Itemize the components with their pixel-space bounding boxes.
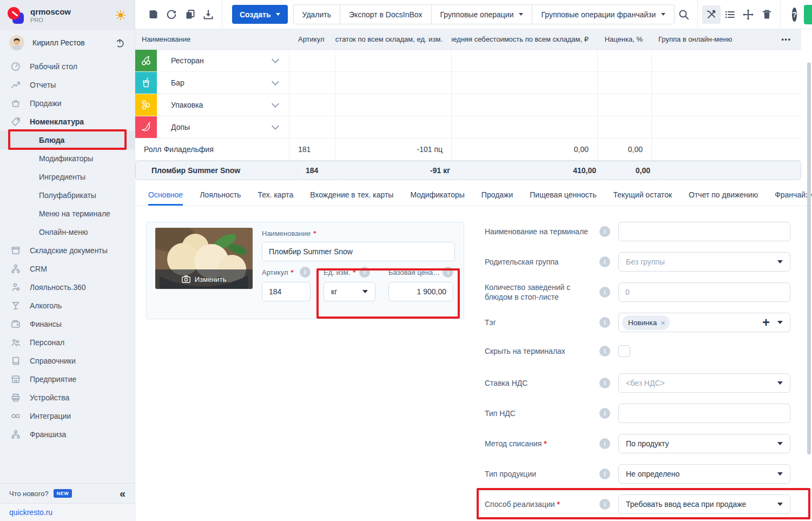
table-group-row[interactable]: Упаковка xyxy=(135,94,801,116)
add-tag-icon[interactable]: + xyxy=(762,317,770,327)
tab-current-stock[interactable]: Текущий остаток xyxy=(613,184,672,206)
tab-loyalty[interactable]: Лояльность xyxy=(200,184,241,206)
scrollbar[interactable] xyxy=(807,62,811,454)
group-operations-franchise-button[interactable]: Групповые операции франчайзи xyxy=(532,4,675,24)
table-row-selected[interactable]: Пломбир Summer Snow 184 -91 кг 410,00 0,… xyxy=(135,161,801,180)
tab-nutrition[interactable]: Пищевая ценность xyxy=(530,184,596,206)
site-link[interactable]: quickresto.ru xyxy=(9,508,52,517)
tab-main[interactable]: Основное xyxy=(148,184,183,206)
change-photo-button[interactable]: Изменить xyxy=(155,269,253,289)
help-icon[interactable]: ? xyxy=(792,8,797,22)
table-group-row[interactable]: Допы xyxy=(135,116,801,139)
column-header-stock[interactable]: Остаток по всем складам, ед. изм. xyxy=(335,29,452,49)
whats-new-link[interactable]: Что нового? xyxy=(9,490,49,498)
delete-button[interactable]: Удалить xyxy=(293,4,340,24)
sidebar-item-nomenclature[interactable]: Номенклатура xyxy=(0,113,135,131)
tab-sales[interactable]: Продажи xyxy=(481,184,513,206)
online-chat-button[interactable]: Онлайн-чат xyxy=(804,5,812,24)
info-icon[interactable]: i xyxy=(599,317,610,328)
chevron-down-icon[interactable] xyxy=(272,78,279,85)
save-button[interactable] xyxy=(144,5,162,24)
sku-input[interactable] xyxy=(262,282,311,301)
info-icon[interactable]: i xyxy=(599,438,610,449)
sidebar-item-sales[interactable]: Продажи xyxy=(0,94,135,113)
sidebar-item-ingredients[interactable]: Ингредиенты xyxy=(0,168,135,186)
terminal-name-input[interactable] xyxy=(618,222,790,241)
sidebar-item-franchise[interactable]: Франшиза xyxy=(0,425,135,444)
sidebar-item-semifinished[interactable]: Полуфабрикаты xyxy=(0,186,135,205)
sidebar-item-crm[interactable]: CRM xyxy=(0,260,135,278)
info-icon[interactable]: i xyxy=(599,378,610,388)
vat-type-input[interactable] xyxy=(618,404,790,423)
unit-select[interactable]: кг xyxy=(324,282,375,301)
remove-tag-icon[interactable]: × xyxy=(661,318,665,327)
column-header-cost[interactable]: Средняя себестоимость по всем складам, ₽ xyxy=(452,29,598,49)
column-header-name[interactable]: Наименование xyxy=(135,29,289,49)
tab-tech-card-usage[interactable]: Вхождение в тех. карты xyxy=(310,184,393,206)
copy-button[interactable] xyxy=(181,5,199,24)
info-icon[interactable]: i xyxy=(599,226,610,237)
refresh-button[interactable] xyxy=(162,5,181,24)
tab-franchise[interactable]: Франчайзи xyxy=(775,184,812,206)
sidebar-item-online-menu[interactable]: Онлайн-меню xyxy=(0,223,135,241)
sidebar-item-devices[interactable]: Устройства xyxy=(0,388,135,407)
info-icon[interactable]: i xyxy=(599,287,610,298)
info-icon[interactable]: i xyxy=(599,499,610,510)
info-icon[interactable]: i xyxy=(599,256,610,267)
info-icon[interactable]: i xyxy=(599,469,610,479)
info-icon[interactable]: i xyxy=(443,267,453,278)
sidebar-item-integrations[interactable]: Интеграции xyxy=(0,407,135,425)
create-button[interactable]: Создать xyxy=(232,5,288,24)
sidebar-item-terminal-menu[interactable]: Меню на терминале xyxy=(0,205,135,223)
info-icon[interactable]: i xyxy=(599,346,610,357)
tools-icon[interactable] xyxy=(702,5,721,24)
table-row[interactable]: Ролл Филадельфия 181 -101 пц 0,00 0,00 xyxy=(135,139,801,161)
chevron-down-icon[interactable] xyxy=(272,122,279,130)
sidebar-item-loyalty[interactable]: Лояльность.360 xyxy=(0,278,135,296)
table-group-row[interactable]: Ресторан xyxy=(135,50,801,72)
tag-chip[interactable]: Новинка× xyxy=(622,315,670,330)
sidebar-item-modifiers[interactable]: Модификаторы xyxy=(0,149,135,168)
download-button[interactable] xyxy=(199,5,217,24)
column-header-group[interactable]: Группа в онлайн-меню ••• xyxy=(652,29,801,49)
sidebar-item-finance[interactable]: Финансы xyxy=(0,315,135,333)
trash-icon[interactable] xyxy=(757,5,776,24)
sidebar-item-warehouse-docs[interactable]: Складские документы xyxy=(0,241,135,260)
sidebar-item-enterprise[interactable]: Предприятие xyxy=(0,370,135,388)
tag-field[interactable]: Новинка× + xyxy=(618,313,790,332)
stoplist-count-input[interactable] xyxy=(618,282,790,302)
sale-method-select[interactable]: Требовать ввод веса при продаже xyxy=(618,494,790,514)
info-icon[interactable]: i xyxy=(300,267,311,278)
export-docsinbox-button[interactable]: Экспорт в DocsInBox xyxy=(340,4,432,24)
parent-group-select[interactable]: Без группы xyxy=(618,252,790,272)
product-name-input[interactable] xyxy=(262,242,455,261)
writeoff-method-select[interactable]: По продукту xyxy=(618,434,790,453)
sidebar-item-dishes[interactable]: Блюда xyxy=(0,131,135,149)
sidebar-item-dashboard[interactable]: Рабочий стол xyxy=(0,57,135,76)
column-header-sku[interactable]: Артикул xyxy=(289,29,335,49)
chevron-down-icon[interactable] xyxy=(272,56,279,63)
chevron-down-icon[interactable] xyxy=(272,100,279,108)
vat-rate-select[interactable]: <без НДС> xyxy=(618,373,790,393)
tab-movement-report[interactable]: Отчет по движению xyxy=(689,184,758,206)
more-options-icon[interactable]: ••• xyxy=(781,36,791,43)
hide-on-terminals-checkbox[interactable] xyxy=(618,345,630,357)
avatar[interactable] xyxy=(9,35,24,50)
sidebar-item-directories[interactable]: Справочники xyxy=(0,352,135,370)
logout-power-icon[interactable] xyxy=(115,38,125,48)
info-icon[interactable]: i xyxy=(359,267,370,278)
collapse-sidebar-icon[interactable]: « xyxy=(120,488,126,499)
product-type-select[interactable]: Не определено xyxy=(618,464,790,484)
base-price-input[interactable] xyxy=(388,282,453,301)
info-icon[interactable]: i xyxy=(599,408,610,419)
list-view-icon[interactable] xyxy=(721,5,739,24)
move-icon[interactable] xyxy=(739,5,757,24)
column-header-markup[interactable]: Наценка, % xyxy=(598,29,652,49)
search-icon[interactable] xyxy=(675,5,693,24)
caret-down-icon[interactable] xyxy=(777,321,783,324)
sidebar-item-alcohol[interactable]: Алкоголь xyxy=(0,296,135,315)
theme-sun-icon[interactable] xyxy=(115,10,126,21)
tab-modifiers[interactable]: Модификаторы xyxy=(410,184,464,206)
tab-tech-card[interactable]: Тех. карта xyxy=(258,184,293,206)
sidebar-item-reports[interactable]: Отчеты xyxy=(0,76,135,94)
